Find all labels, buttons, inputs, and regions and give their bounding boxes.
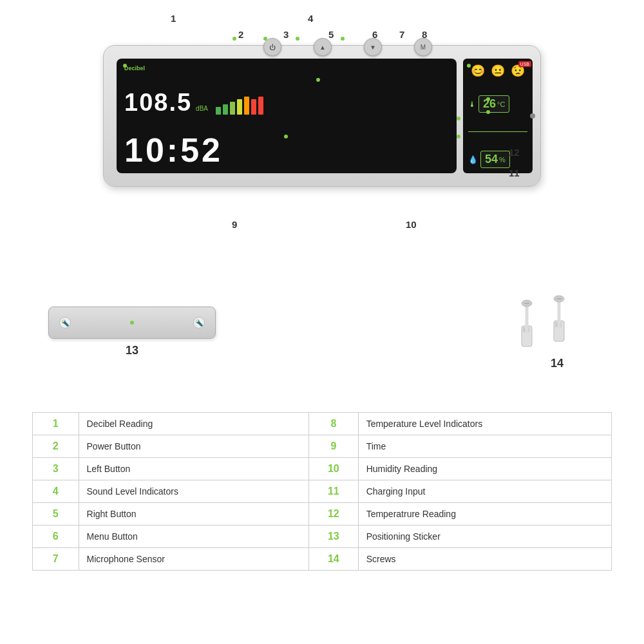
connector-dot <box>530 113 535 118</box>
num-cell-6: 7 <box>33 548 79 571</box>
dot-2 <box>232 37 236 41</box>
label-cell2-1: Time <box>358 435 611 458</box>
sticker-center-dot <box>130 321 134 325</box>
screws-item: 14 <box>509 294 605 370</box>
dot-4 <box>316 78 320 82</box>
dot-12 <box>486 97 490 101</box>
callout-11: 11 <box>509 167 520 178</box>
callout-4: 4 <box>308 13 313 24</box>
device-right-panel: USB 😊 😐 😟 🌡 26 °C <box>463 59 533 173</box>
sticker-visual: 🔦 🔦 <box>48 307 216 339</box>
callout-1: 1 <box>171 13 176 24</box>
table-row-0: 1 Decibel Reading 8 Temperature Level In… <box>33 413 612 435</box>
temp-unit: °C <box>497 100 505 108</box>
table-row-1: 2 Power Button 9 Time <box>33 435 612 458</box>
num-cell-5: 6 <box>33 526 79 548</box>
device: ⏻ ▲ ▼ M Decibel 108.5 dBA <box>103 45 541 187</box>
sticker-bulb-left: 🔦 <box>59 317 71 328</box>
num-cell2-3: 11 <box>309 480 359 503</box>
dot-1 <box>123 64 127 68</box>
label-cell2-0: Temperature Level Indicators <box>358 413 611 435</box>
parts-table: 1 Decibel Reading 8 Temperature Level In… <box>32 412 612 571</box>
power-button[interactable]: ⏻ <box>263 38 281 56</box>
temp-row: 🌡 26 °C <box>468 95 527 113</box>
label-cell2-2: Humidity Reading <box>358 458 611 480</box>
table-row-5: 6 Menu Button 13 Positioning Sticker <box>33 526 612 548</box>
dot-3 <box>263 37 267 41</box>
num-cell-1: 2 <box>33 435 79 458</box>
label-cell-4: Right Button <box>79 503 309 526</box>
label-13: 13 <box>48 344 216 357</box>
num-cell2-2: 10 <box>309 458 359 480</box>
humidity-value: 54 <box>485 153 498 166</box>
table-row-4: 5 Right Button 12 Temperatrure Reading <box>33 503 612 526</box>
label-14: 14 <box>509 357 605 370</box>
num-cell-2: 3 <box>33 458 79 480</box>
dot-9 <box>284 135 288 138</box>
left-button[interactable]: ▲ <box>314 38 332 56</box>
dot-5 <box>296 37 299 41</box>
temp-icon: 🌡 <box>468 100 476 109</box>
device-wrapper: ⏻ ▲ ▼ M Decibel 108.5 dBA <box>103 45 541 187</box>
label-cell2-5: Positioning Sticker <box>358 526 611 548</box>
num-cell2-5: 13 <box>309 526 359 548</box>
page-container: 1 2 3 4 5 6 7 8 ⏻ ▲ ▼ M <box>0 0 644 644</box>
diagram-section: 1 2 3 4 5 6 7 8 ⏻ ▲ ▼ M <box>6 6 638 406</box>
dot-8 <box>467 64 471 68</box>
table-row-6: 7 Microphone Sensor 14 Screws <box>33 548 612 571</box>
label-cell-5: Menu Button <box>79 526 309 548</box>
callout-10: 10 <box>406 219 417 230</box>
label-cell-0: Decibel Reading <box>79 413 309 435</box>
decibel-value: 108.5 <box>124 90 192 115</box>
sticker-bulb-right: 🔦 <box>193 317 205 328</box>
positioning-sticker-item: 🔦 🔦 13 <box>48 307 216 357</box>
num-cell2-1: 9 <box>309 435 359 458</box>
num-cell2-6: 14 <box>309 548 359 571</box>
sound-level-bars <box>216 97 263 115</box>
callout-9: 9 <box>232 219 237 230</box>
label-cell-1: Power Button <box>79 435 309 458</box>
table-row-3: 4 Sound Level Indicators 11 Charging Inp… <box>33 480 612 503</box>
dot-10 <box>457 135 460 138</box>
callout-12: 12 <box>509 147 520 158</box>
humidity-icon: 💧 <box>468 155 478 164</box>
dba-label: dBA <box>196 105 208 112</box>
label-cell2-3: Charging Input <box>358 480 611 503</box>
humidity-unit: % <box>499 156 506 164</box>
screen-decibel-label: Decibel <box>124 65 449 71</box>
dot-7 <box>457 117 460 120</box>
dot-11 <box>486 110 490 114</box>
svg-rect-7 <box>555 322 558 327</box>
svg-rect-1 <box>523 327 526 332</box>
num-cell2-4: 12 <box>309 503 359 526</box>
happy-emoji: 😊 <box>471 64 485 78</box>
num-cell-0: 1 <box>33 413 79 435</box>
table-section: 1 Decibel Reading 8 Temperature Level In… <box>32 412 612 571</box>
num-cell-3: 4 <box>33 480 79 503</box>
label-cell2-6: Screws <box>358 548 611 571</box>
label-cell-6: Microphone Sensor <box>79 548 309 571</box>
table-row-2: 3 Left Button 10 Humidity Reading <box>33 458 612 480</box>
dot-6 <box>341 37 345 41</box>
num-cell2-0: 8 <box>309 413 359 435</box>
label-cell-2: Left Button <box>79 458 309 480</box>
right-button[interactable]: ▼ <box>364 38 382 56</box>
num-cell-4: 5 <box>33 503 79 526</box>
menu-button[interactable]: M <box>414 38 432 56</box>
device-screen: Decibel 108.5 dBA <box>117 59 457 173</box>
decibel-row: 108.5 dBA <box>124 90 449 115</box>
usb-indicator: USB <box>518 61 531 67</box>
screws-svg <box>509 294 605 352</box>
label-cell-3: Sound Level Indicators <box>79 480 309 503</box>
neutral-emoji: 😐 <box>491 64 505 78</box>
label-cell2-4: Temperatrure Reading <box>358 503 611 526</box>
